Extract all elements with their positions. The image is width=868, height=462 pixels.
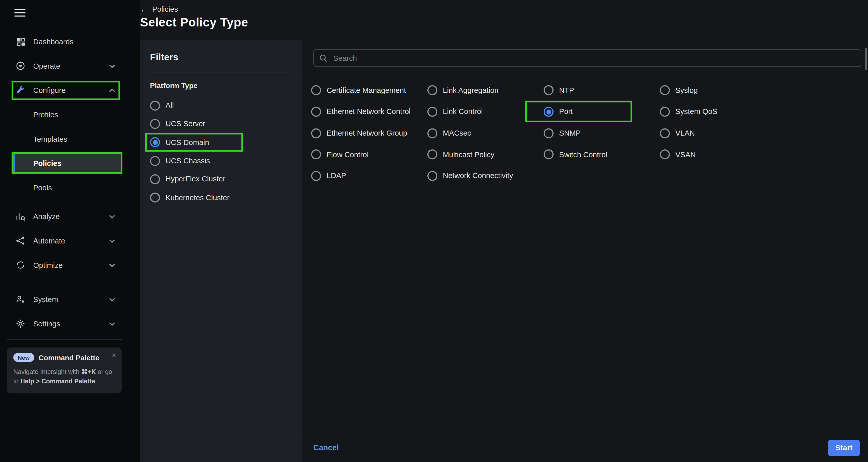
search-bar[interactable] (313, 50, 861, 67)
radio-unselected-icon[interactable] (427, 150, 437, 160)
policy-option-label: Ethernet Network Group (327, 128, 407, 138)
radio-unselected-icon[interactable] (544, 86, 554, 95)
chevron-down-icon (109, 322, 115, 326)
automate-icon (16, 236, 26, 245)
radio-unselected-icon[interactable] (427, 128, 437, 138)
policy-column-1: Certificate Management Ethernet Network … (311, 79, 427, 187)
sidebar-item-label: Templates (33, 135, 67, 143)
search-icon (319, 54, 327, 62)
policy-option-multicast-policy[interactable]: Multicast Policy (427, 144, 544, 165)
policy-option-label: LDAP (327, 171, 346, 181)
sidebar-item-automate[interactable]: Automate (0, 228, 140, 253)
sidebar-item-label: Dashboards (33, 37, 73, 46)
new-badge: New (13, 353, 34, 362)
sidebar-item-optimize[interactable]: Optimize (0, 253, 140, 277)
scrollbar-thumb[interactable] (865, 48, 867, 70)
radio-unselected-icon[interactable] (427, 86, 437, 95)
filter-option-ucs-chassis[interactable]: UCS Chassis (150, 152, 292, 170)
gear-icon (16, 319, 26, 329)
policy-option-vsan[interactable]: VSAN (660, 144, 717, 165)
sidebar: Dashboards Operate Configure (0, 0, 140, 462)
sidebar-item-analyze[interactable]: Analyze (0, 204, 140, 229)
chevron-down-icon (109, 239, 115, 242)
policy-option-snmp[interactable]: SNMP (544, 122, 660, 144)
chevron-down-icon (109, 64, 115, 68)
radio-unselected-icon[interactable] (427, 171, 437, 181)
chevron-down-icon (109, 297, 115, 301)
policy-option-port[interactable]: Port (544, 101, 660, 122)
radio-unselected-icon[interactable] (660, 107, 670, 117)
radio-unselected-icon[interactable] (311, 171, 321, 181)
hamburger-menu-icon[interactable] (0, 0, 26, 16)
policy-option-syslog[interactable]: Syslog (660, 79, 717, 101)
radio-unselected-icon[interactable] (660, 128, 670, 138)
sidebar-item-operate[interactable]: Operate (0, 54, 140, 78)
sidebar-item-label: Pools (33, 184, 52, 192)
start-button[interactable]: Start (828, 440, 860, 456)
policy-option-link-control[interactable]: Link Control (427, 101, 544, 122)
sidebar-item-label: Analyze (33, 212, 60, 221)
policy-option-vlan[interactable]: VLAN (660, 122, 717, 144)
sidebar-item-dashboards[interactable]: Dashboards (0, 29, 140, 54)
filter-option-label: Kubernetes Cluster (165, 193, 229, 202)
chevron-down-icon (109, 263, 115, 267)
policy-option-ldap[interactable]: LDAP (311, 165, 427, 187)
policy-option-label: VLAN (675, 128, 695, 138)
radio-unselected-icon[interactable] (311, 150, 321, 160)
radio-unselected-icon[interactable] (311, 107, 321, 117)
search-input[interactable] (332, 54, 855, 63)
filter-option-ucs-server[interactable]: UCS Server (150, 115, 292, 133)
back-arrow-icon: ← (140, 5, 148, 13)
radio-unselected-icon[interactable] (544, 150, 554, 160)
chevron-down-icon (109, 214, 115, 218)
dashboards-icon (16, 37, 26, 46)
sidebar-item-system[interactable]: System (0, 287, 140, 311)
radio-unselected-icon[interactable] (150, 119, 160, 129)
filter-option-ucs-domain[interactable]: UCS Domain (150, 133, 292, 152)
back-link[interactable]: ← Policies (140, 0, 178, 13)
radio-unselected-icon[interactable] (660, 150, 670, 160)
radio-unselected-icon[interactable] (311, 86, 321, 95)
policy-option-system-qos[interactable]: System QoS (660, 101, 717, 122)
radio-unselected-icon[interactable] (150, 156, 160, 166)
filter-option-all[interactable]: All (150, 96, 292, 114)
radio-unselected-icon[interactable] (544, 128, 554, 138)
policy-option-label: NTP (559, 86, 574, 95)
cancel-button[interactable]: Cancel (313, 443, 339, 452)
filter-option-hyperflex-cluster[interactable]: HyperFlex Cluster (150, 170, 292, 188)
sidebar-item-label: System (33, 295, 58, 303)
policy-option-switch-control[interactable]: Switch Control (544, 144, 660, 165)
policy-option-network-connectivity[interactable]: Network Connectivity (427, 165, 544, 187)
policy-option-label: Multicast Policy (443, 150, 494, 160)
radio-unselected-icon[interactable] (427, 107, 437, 117)
policy-option-label: Link Aggregation (443, 86, 499, 95)
close-icon[interactable]: × (112, 351, 116, 359)
radio-selected-icon[interactable] (150, 137, 160, 147)
policy-option-link-aggregation[interactable]: Link Aggregation (427, 79, 544, 101)
policy-option-label: Syslog (675, 86, 698, 95)
sidebar-item-settings[interactable]: Settings (0, 311, 140, 336)
sidebar-item-policies[interactable]: Policies (13, 153, 122, 173)
sidebar-item-configure[interactable]: Configure (0, 78, 140, 102)
radio-unselected-icon[interactable] (311, 128, 321, 138)
filters-divider (150, 72, 292, 72)
policy-option-ntp[interactable]: NTP (544, 79, 660, 101)
radio-unselected-icon[interactable] (150, 193, 160, 202)
policy-option-flow-control[interactable]: Flow Control (311, 144, 427, 165)
policy-type-panel: Certificate Management Ethernet Network … (302, 40, 868, 462)
policy-option-label: Flow Control (327, 150, 369, 160)
policy-option-ethernet-network-control[interactable]: Ethernet Network Control (311, 101, 427, 122)
policy-option-certificate-management[interactable]: Certificate Management (311, 79, 427, 101)
sidebar-item-profiles[interactable]: Profiles (0, 102, 140, 127)
policy-option-ethernet-network-group[interactable]: Ethernet Network Group (311, 122, 427, 144)
policy-option-label: Switch Control (559, 150, 607, 160)
filters-panel: Filters Platform Type All UCS Server UCS… (140, 40, 302, 462)
filter-option-kubernetes-cluster[interactable]: Kubernetes Cluster (150, 188, 292, 206)
sidebar-item-pools[interactable]: Pools (0, 175, 140, 200)
sidebar-item-templates[interactable]: Templates (0, 127, 140, 151)
policy-option-macsec[interactable]: MACsec (427, 122, 544, 144)
radio-selected-icon[interactable] (544, 107, 554, 117)
radio-unselected-icon[interactable] (150, 174, 160, 184)
radio-unselected-icon[interactable] (660, 86, 670, 95)
radio-unselected-icon[interactable] (150, 100, 160, 110)
